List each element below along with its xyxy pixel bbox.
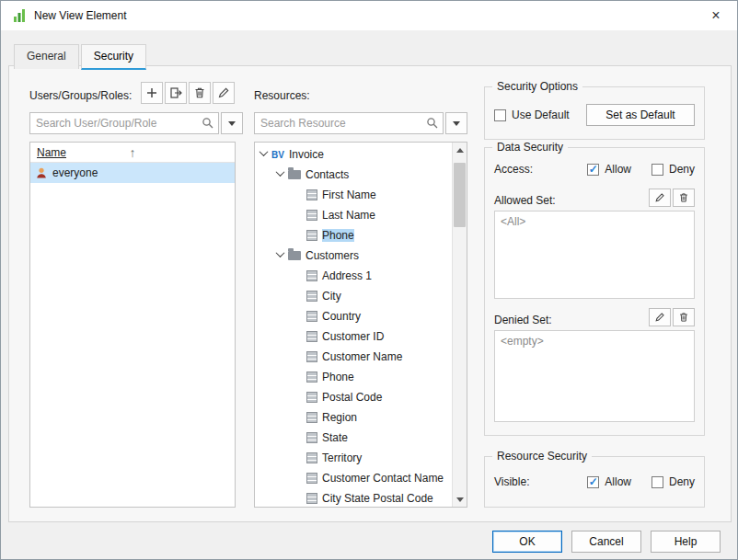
tree-expand-chevron-icon[interactable] <box>294 372 302 379</box>
resources-tree: BV Invoice Contacts First Name Last Name <box>255 143 452 507</box>
tree-expand-chevron-icon[interactable] <box>294 474 302 480</box>
field-icon <box>306 270 317 281</box>
cancel-button[interactable]: Cancel <box>571 531 641 553</box>
edit-user-button[interactable] <box>213 82 235 104</box>
tree-expand-chevron-icon[interactable] <box>294 453 302 460</box>
list-item-everyone[interactable]: everyone <box>30 163 235 183</box>
checkbox-icon[interactable] <box>587 164 599 176</box>
tree-item-label[interactable]: City <box>322 290 341 303</box>
name-column-header[interactable]: Name <box>37 146 66 159</box>
tree-item[interactable]: Country <box>255 306 452 326</box>
close-icon[interactable]: × <box>706 6 726 26</box>
tree-item-label[interactable]: Phone <box>322 371 354 383</box>
allowed-set-box[interactable]: <All> <box>494 211 695 299</box>
resource-search-dropdown-button[interactable] <box>445 112 467 134</box>
tree-scrollbar[interactable] <box>452 143 467 507</box>
tree-item[interactable]: Territory <box>255 448 452 468</box>
new-view-element-dialog: New View Element × General Security User… <box>0 0 738 560</box>
tree-item[interactable]: Postal Code <box>255 387 452 407</box>
clear-denied-set-button[interactable] <box>673 308 695 326</box>
checkbox-icon[interactable] <box>494 109 506 121</box>
tree-expand-chevron-icon[interactable] <box>294 211 302 217</box>
delete-user-button[interactable] <box>189 82 211 104</box>
tree-item[interactable]: Customer Contact Name <box>255 468 452 488</box>
tree-item-label[interactable]: First Name <box>322 189 376 201</box>
tree-expand-chevron-icon[interactable] <box>276 167 285 177</box>
tree-expand-chevron-icon[interactable] <box>294 332 302 338</box>
checkbox-icon[interactable] <box>587 476 599 488</box>
tab-security[interactable]: Security <box>81 44 146 70</box>
tree-expand-chevron-icon[interactable] <box>259 147 269 156</box>
edit-allowed-set-button[interactable] <box>649 189 671 207</box>
tree-expand-chevron-icon[interactable] <box>294 413 302 419</box>
tree-item[interactable]: Region <box>255 407 452 428</box>
import-user-button[interactable] <box>165 82 187 104</box>
access-allow-checkbox[interactable]: Allow <box>587 163 631 176</box>
titlebar: New View Element × <box>1 1 737 30</box>
tree-item[interactable]: Customer ID <box>255 326 452 347</box>
tree-item-label[interactable]: Customer ID <box>322 330 384 343</box>
tree-item-label[interactable]: Territory <box>322 451 362 464</box>
set-as-default-button[interactable]: Set as Default <box>586 104 695 126</box>
help-button[interactable]: Help <box>651 531 721 553</box>
dialog-title: New View Element <box>34 9 127 22</box>
user-search-dropdown-button[interactable] <box>221 112 243 134</box>
tree-expand-chevron-icon[interactable] <box>294 393 302 399</box>
tree-item[interactable]: Phone <box>255 367 452 387</box>
tree-item-label[interactable]: Postal Code <box>322 391 382 404</box>
tree-item[interactable]: Customer Name <box>255 347 452 367</box>
user-search-input[interactable] <box>36 117 202 130</box>
resource-search-input[interactable] <box>260 117 426 130</box>
tree-item[interactable]: City <box>255 286 452 306</box>
scroll-down-button[interactable] <box>453 492 467 507</box>
ok-button[interactable]: OK <box>492 531 562 553</box>
tab-general[interactable]: General <box>14 44 79 69</box>
tree-item[interactable]: Address 1 <box>255 266 452 286</box>
tree-expand-chevron-icon[interactable] <box>294 271 302 278</box>
import-icon <box>169 86 182 99</box>
edit-denied-set-button[interactable] <box>649 308 671 326</box>
tree-item-label[interactable]: Region <box>322 411 357 424</box>
tree-item-label[interactable]: City State Postal Code <box>322 492 433 505</box>
tree-item-label[interactable]: Customers <box>306 249 359 262</box>
tree-item-label[interactable]: Contacts <box>306 168 349 181</box>
tree-item-label[interactable]: Customer Name <box>322 350 402 363</box>
allow-label: Allow <box>605 475 631 488</box>
tree-item[interactable]: State <box>255 428 452 448</box>
tree-item-label[interactable]: Customer Contact Name <box>322 472 444 485</box>
tree-item[interactable]: Customers <box>255 246 452 266</box>
tree-expand-chevron-icon[interactable] <box>276 248 285 257</box>
tree-expand-chevron-icon[interactable] <box>294 352 302 359</box>
tree-expand-chevron-icon[interactable] <box>294 433 302 440</box>
tree-item[interactable]: City State Postal Code <box>255 488 452 507</box>
scrollbar-thumb[interactable] <box>454 163 466 227</box>
tree-item-label[interactable]: State <box>322 431 348 444</box>
tree-item-label[interactable]: Country <box>322 310 361 323</box>
tree-item-label[interactable]: Invoice <box>289 148 324 161</box>
tree-expand-chevron-icon[interactable] <box>294 291 302 298</box>
checkbox-icon[interactable] <box>652 164 663 176</box>
tree-expand-chevron-icon[interactable] <box>294 312 302 318</box>
use-default-checkbox[interactable]: Use Default <box>494 109 570 121</box>
add-user-button[interactable] <box>141 82 163 104</box>
access-deny-checkbox[interactable]: Deny <box>652 163 695 176</box>
users-list-header[interactable]: Name ↑ <box>30 143 235 163</box>
tree-item[interactable]: Contacts <box>255 165 452 185</box>
visible-deny-checkbox[interactable]: Deny <box>652 475 695 488</box>
visible-allow-checkbox[interactable]: Allow <box>587 475 631 488</box>
tree-expand-chevron-icon[interactable] <box>294 190 302 197</box>
tree-item-label[interactable]: Phone <box>322 229 354 242</box>
tree-item[interactable]: Last Name <box>255 205 452 225</box>
tree-item[interactable]: BV Invoice <box>255 144 452 165</box>
tree-item[interactable]: Phone <box>255 225 452 246</box>
tree-expand-chevron-icon[interactable] <box>294 231 302 237</box>
clear-allowed-set-button[interactable] <box>673 189 695 207</box>
scroll-up-button[interactable] <box>453 143 467 157</box>
denied-set-box[interactable]: <empty> <box>494 330 695 422</box>
tree-item[interactable]: First Name <box>255 185 452 205</box>
tree-expand-chevron-icon[interactable] <box>294 494 302 500</box>
checkbox-icon[interactable] <box>652 476 663 488</box>
sort-ascending-icon: ↑ <box>130 146 136 159</box>
tree-item-label[interactable]: Address 1 <box>322 269 372 282</box>
tree-item-label[interactable]: Last Name <box>322 209 375 222</box>
